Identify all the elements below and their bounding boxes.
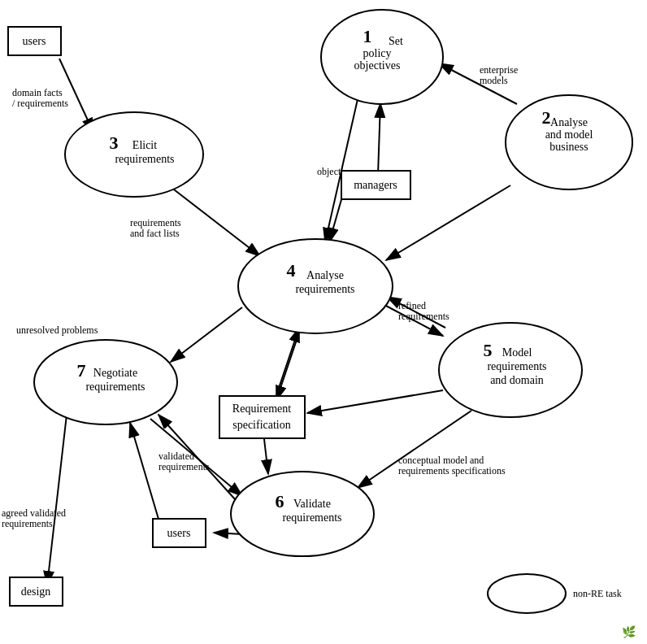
node6-num: 6	[276, 491, 284, 511]
label-agreed-validated2: requirements	[2, 518, 53, 529]
node1-label3: objectives	[354, 59, 401, 72]
label-refined-req: refined	[398, 300, 426, 311]
edge-node5-to-reqspec	[307, 390, 443, 413]
node1-label1: Set	[389, 35, 403, 47]
node3-label1: Elicit	[132, 139, 157, 151]
node7-label2: requirements	[85, 381, 145, 393]
legend-label: non-RE task	[573, 588, 622, 599]
node1-num: 1	[363, 26, 372, 46]
node2-num: 2	[542, 107, 551, 128]
req-spec-label1: Requirement	[232, 402, 291, 415]
users-top-label: users	[23, 35, 46, 47]
req-spec-label2: specification	[232, 419, 291, 431]
label-unresolved: unresolved problems	[16, 324, 98, 336]
node5-label2: requirements	[487, 360, 546, 372]
label-domain-facts: domain facts	[12, 87, 63, 98]
edge-node4-to-node7	[171, 307, 242, 362]
label-conceptual2: requirements specifications	[398, 465, 506, 476]
users-bottom-label: users	[167, 527, 191, 539]
node4-label2: requirements	[295, 283, 354, 295]
node3-label2: requirements	[115, 153, 174, 165]
edge-node4-to-reqspec	[276, 328, 301, 400]
legend-ellipse	[488, 574, 566, 613]
edge-users-to-node7	[130, 423, 160, 524]
edge-node3-to-node4	[171, 187, 260, 256]
edge-users-to-node3	[59, 59, 93, 133]
label-req-fact-lists: requirements	[130, 217, 181, 228]
node5-label3: and domain	[490, 374, 544, 386]
node2-label3: business	[549, 141, 588, 153]
design-label: design	[21, 585, 51, 598]
managers-label: managers	[354, 179, 397, 191]
decorative-icon: 🌿	[622, 625, 636, 639]
node7-label1: Negotiate	[93, 367, 137, 379]
label-refined-req2: requirements	[398, 311, 449, 322]
edge-reqspec-to-node6	[264, 439, 268, 474]
node1-label2: policy	[363, 47, 392, 59]
edge-node7-to-design	[47, 415, 67, 585]
node2-label2: and model	[545, 128, 593, 141]
label-conceptual: conceptual model and	[398, 455, 484, 466]
edge-managers-to-node1	[378, 103, 380, 175]
label-enterprise-models2: models	[480, 75, 508, 86]
node3-num: 3	[110, 133, 119, 153]
node5-label1: Model	[502, 346, 532, 359]
node7-num: 7	[77, 360, 86, 381]
node6-label2: requirements	[282, 511, 341, 524]
label-domain-facts2: / requirements	[12, 98, 68, 109]
node5-num: 5	[484, 340, 493, 360]
edge-reqspec-to-node4	[275, 328, 299, 400]
node4-label1: Analyse	[306, 269, 344, 281]
node2-label1: Analyse	[550, 116, 588, 128]
node6-label1: Validate	[293, 498, 331, 510]
label-req-fact-lists2: and fact lists	[130, 228, 180, 239]
label-agreed-validated: agreed validated	[2, 507, 66, 519]
node4-num: 4	[287, 260, 296, 281]
label-enterprise-models: enterprise	[480, 64, 518, 76]
